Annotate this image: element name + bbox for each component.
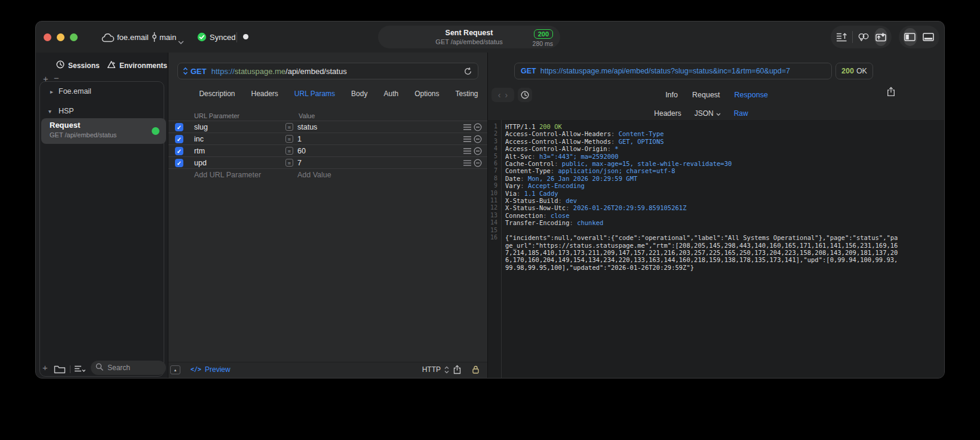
project-name[interactable]: foe.email — [117, 33, 149, 42]
param-checkbox[interactable]: ✓ — [175, 123, 183, 131]
drag-handle-icon[interactable] — [463, 124, 471, 130]
line-number: 16 — [488, 234, 497, 241]
code-icon: </> — [191, 366, 201, 373]
line-number: 15 — [488, 227, 497, 234]
view-options-icon[interactable] — [74, 365, 86, 376]
url-host: statuspage.me — [235, 67, 285, 76]
equals-icon[interactable]: = — [285, 147, 293, 155]
param-checkbox[interactable]: ✓ — [175, 159, 183, 167]
param-name[interactable]: rtm — [194, 147, 205, 155]
chevron-down-icon — [716, 109, 721, 118]
tab-sessions[interactable]: Sessions — [56, 60, 100, 70]
line-content: Via: 1.1 Caddy — [505, 190, 558, 197]
search-input[interactable] — [106, 363, 161, 373]
remove-row-icon[interactable] — [474, 123, 482, 131]
param-value[interactable]: 7 — [297, 159, 302, 167]
line-number: 12 — [488, 204, 497, 211]
tab-headers[interactable]: Headers — [251, 90, 278, 98]
protocol-stepper-icon[interactable] — [444, 366, 449, 374]
tab-auth[interactable]: Auth — [383, 90, 398, 98]
export-response-icon[interactable] — [887, 87, 895, 97]
tab-description[interactable]: Description — [199, 90, 235, 98]
drag-handle-icon[interactable] — [463, 136, 471, 142]
line-number: 8 — [488, 175, 497, 182]
param-checkbox[interactable]: ✓ — [175, 135, 183, 143]
response-line: 15 — [488, 227, 945, 234]
minimize-button[interactable] — [57, 33, 64, 41]
line-number: 5 — [488, 153, 497, 160]
lock-icon[interactable] — [472, 365, 479, 374]
subtab-raw[interactable]: Raw — [734, 109, 748, 118]
request-response-icon[interactable] — [874, 28, 887, 46]
tab-options[interactable]: Options — [414, 90, 439, 98]
request-url-input[interactable]: https://statuspage.me/api/embed/status — [211, 67, 347, 76]
remove-row-icon[interactable] — [474, 159, 482, 167]
response-line: 1HTTP/1.1 200 OK — [488, 123, 945, 130]
request-title: Sent Request — [378, 29, 560, 37]
protocol-selector[interactable]: HTTP — [422, 365, 441, 374]
sidebar-request-item[interactable]: Request GET /api/embed/status — [41, 118, 166, 144]
left-panel-toggle-icon[interactable] — [903, 28, 917, 46]
desktop-background: foe.email main Synced Sent Request GET /… — [0, 0, 980, 440]
lines-up-arrow-icon[interactable] — [835, 28, 848, 46]
method-stepper-icon[interactable] — [183, 67, 188, 75]
param-name[interactable]: inc — [194, 135, 204, 143]
tab-testing[interactable]: Testing — [456, 90, 478, 98]
add-param-row: Add URL Parameter Add Value — [168, 168, 487, 181]
tab-request[interactable]: Request — [692, 91, 720, 99]
tab-url-params[interactable]: URL Params — [294, 90, 335, 98]
remove-row-icon[interactable] — [474, 147, 482, 155]
share-icon[interactable] — [453, 365, 461, 374]
collapse-icon[interactable]: ▲ — [170, 365, 180, 374]
request-url-bar[interactable]: GET https://statuspage.me/api/embed/stat… — [177, 63, 478, 79]
tree-item-foe-email[interactable]: Foe.email — [59, 87, 91, 96]
tab-environments[interactable]: Environments — [107, 60, 167, 70]
tab-info[interactable]: Info — [665, 91, 678, 99]
column-header-value: Value — [299, 112, 315, 119]
bottom-panel-toggle-icon[interactable] — [921, 28, 936, 46]
reload-icon[interactable] — [463, 67, 472, 76]
subtab-headers[interactable]: Headers — [654, 109, 681, 118]
equals-icon[interactable]: = — [285, 135, 293, 143]
status-badge: 200 — [534, 29, 553, 39]
remove-row-icon[interactable] — [474, 135, 482, 143]
record-dot-icon[interactable] — [243, 34, 248, 39]
sidebar-footer-divider — [70, 365, 70, 373]
search-field[interactable] — [91, 361, 166, 375]
add-request-button[interactable]: + — [42, 364, 48, 372]
param-value[interactable]: status — [297, 123, 317, 131]
new-folder-icon[interactable] — [54, 365, 66, 376]
tab-body[interactable]: Body — [351, 90, 367, 98]
add-param-placeholder[interactable]: Add URL Parameter — [194, 171, 261, 179]
sync-status[interactable]: Synced — [210, 33, 235, 42]
request-method[interactable]: GET — [191, 67, 207, 76]
disclosure-right-icon[interactable]: ▸ — [50, 88, 53, 95]
sync-loop-icon[interactable] — [857, 28, 870, 46]
param-name[interactable]: slug — [194, 123, 208, 131]
param-row: ✓ rtm = 60 — [168, 144, 487, 157]
response-line: 4Access-Control-Allow-Origin: * — [488, 145, 945, 152]
subtab-json[interactable]: JSON — [695, 109, 721, 118]
branch-name[interactable]: main — [159, 33, 176, 42]
equals-icon[interactable]: = — [285, 159, 293, 167]
tree-item-hsp[interactable]: HSP — [59, 107, 74, 115]
disclosure-down-icon[interactable]: ▾ — [48, 108, 51, 115]
param-value[interactable]: 1 — [297, 135, 302, 143]
chevron-down-icon[interactable] — [178, 36, 184, 47]
environments-icon — [107, 60, 116, 70]
sent-request-pill[interactable]: Sent Request GET /api/embed/status 200 2… — [378, 26, 560, 48]
param-checkbox[interactable]: ✓ — [175, 147, 183, 155]
drag-handle-icon[interactable] — [463, 160, 471, 166]
close-button[interactable] — [44, 33, 51, 41]
param-name[interactable]: upd — [194, 159, 207, 167]
line-content: {"incidents":null,"overall":{"code":"ope… — [505, 234, 901, 271]
response-line: 6Cache-Control: public, max-age=15, stal… — [488, 160, 945, 167]
tab-response[interactable]: Response — [735, 91, 768, 99]
response-line: 2Access-Control-Allow-Headers: Content-T… — [488, 130, 945, 137]
preview-button[interactable]: Preview — [205, 365, 231, 374]
zoom-button[interactable] — [70, 33, 78, 41]
equals-icon[interactable]: = — [285, 123, 293, 131]
param-value[interactable]: 60 — [297, 147, 306, 155]
drag-handle-icon[interactable] — [463, 148, 471, 154]
add-value-placeholder[interactable]: Add Value — [297, 171, 331, 179]
